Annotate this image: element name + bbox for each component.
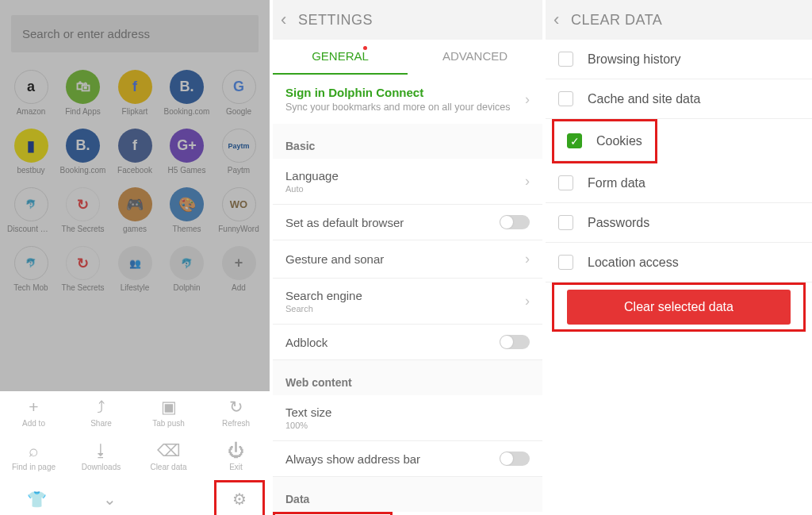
- settings-header: ‹ SETTINGS: [273, 0, 542, 40]
- tray-item-exit[interactable]: ⏻Exit: [202, 440, 270, 483]
- speed-dial-item[interactable]: B.Booking.com: [59, 129, 107, 175]
- clear-item-label: Passwords: [588, 216, 649, 230]
- checkbox[interactable]: [558, 52, 573, 67]
- back-icon[interactable]: ‹: [553, 10, 571, 30]
- speed-dial-label: Themes: [163, 225, 211, 233]
- tab-advanced[interactable]: ADVANCED: [408, 40, 542, 75]
- row-label: Gesture and sonar: [285, 252, 384, 266]
- speed-dial-item[interactable]: 🎮games: [111, 187, 159, 233]
- checkbox[interactable]: [558, 255, 573, 270]
- tray-item-clear-data[interactable]: ⌫Clear data: [135, 440, 202, 483]
- tray-item-share[interactable]: ⤴Share: [67, 396, 135, 440]
- speed-dial-item[interactable]: B.Booking.com: [163, 70, 211, 116]
- tray-label: Add to: [0, 419, 67, 428]
- speed-dial-item[interactable]: +Add: [215, 246, 262, 292]
- speed-dial-label: Flipkart: [111, 107, 159, 116]
- tshirt-icon[interactable]: 👕: [0, 490, 74, 509]
- tray-label: Clear data: [135, 463, 202, 471]
- search-placeholder: Search or enter address: [22, 27, 150, 40]
- speed-dial-icon: +: [222, 246, 256, 280]
- speed-dial-item[interactable]: 👥Lifestyle: [111, 246, 159, 292]
- row-sublabel: Search: [285, 304, 362, 313]
- settings-row[interactable]: Adblock: [273, 325, 542, 360]
- speed-dial-item[interactable]: PaytmPaytm: [215, 129, 262, 175]
- speed-dial-item[interactable]: fFacebook: [111, 129, 159, 175]
- clear-item-label: Location access: [588, 256, 679, 270]
- speed-dial-icon: Paytm: [222, 129, 256, 163]
- tray-label: Exit: [202, 463, 270, 471]
- clear-item[interactable]: Location access: [546, 243, 812, 282]
- speed-dial-item[interactable]: 🐬Discount Mall: [7, 187, 55, 233]
- speed-dial-label: Booking.com: [163, 107, 211, 116]
- tray-item-find-in-page[interactable]: ⌕Find in page: [0, 440, 67, 483]
- speed-dial-icon: G: [222, 70, 256, 104]
- clear-item[interactable]: Form data: [546, 163, 812, 203]
- tray-item-refresh[interactable]: ↻Refresh: [202, 396, 270, 440]
- speed-dial-item[interactable]: 🐬Dolphin: [163, 246, 211, 292]
- settings-row[interactable]: Text size100%: [273, 395, 542, 441]
- tray-item-downloads[interactable]: ⭳Downloads: [67, 440, 135, 483]
- speed-dial-icon: 🎮: [118, 187, 152, 221]
- speed-dial-label: Paytm: [215, 166, 262, 175]
- tray-label: Refresh: [202, 419, 270, 428]
- speed-dial-item[interactable]: G+H5 Games: [163, 129, 211, 175]
- speed-dial-item[interactable]: 🛍Find Apps: [59, 70, 107, 116]
- speed-dial-label: Facebook: [111, 166, 159, 175]
- speed-dial-label: Discount Mall: [7, 225, 55, 233]
- checkbox[interactable]: [558, 175, 573, 190]
- speed-dial-item[interactable]: ↻The Secrets: [59, 246, 107, 292]
- toggle[interactable]: [500, 335, 530, 349]
- clear-item-label: Cache and site data: [588, 92, 700, 106]
- speed-dial-item[interactable]: WOFunnyWord: [215, 187, 262, 233]
- tray-item-tab-push[interactable]: ▣Tab push: [135, 396, 202, 440]
- tray-bottom-bar: 👕 ⌄ ⚙: [0, 483, 270, 515]
- speed-dial-item[interactable]: ▮bestbuy: [7, 129, 55, 175]
- speed-dial-item[interactable]: ↻The Secrets: [59, 187, 107, 233]
- settings-row[interactable]: Gesture and sonar›: [273, 240, 542, 279]
- back-icon[interactable]: ‹: [281, 10, 298, 30]
- chevron-down-icon[interactable]: ⌄: [74, 490, 147, 509]
- checkbox[interactable]: ✓: [567, 133, 582, 148]
- section-data: Data: [273, 477, 542, 512]
- chevron-right-icon: ›: [525, 293, 530, 309]
- speed-dial-item[interactable]: fFlipkart: [111, 70, 159, 116]
- tray-grid: +Add to⤴Share▣Tab push↻Refresh⌕Find in p…: [0, 391, 270, 483]
- menu-tray: +Add to⤴Share▣Tab push↻Refresh⌕Find in p…: [0, 391, 270, 515]
- gear-icon[interactable]: ⚙: [214, 480, 265, 515]
- settings-row[interactable]: Search engineSearch›: [273, 279, 542, 325]
- settings-panel: ‹ SETTINGS GENERAL ADVANCED Sign in Dolp…: [273, 0, 542, 515]
- speed-dial-item[interactable]: 🐬Tech Mob: [7, 246, 55, 292]
- speed-dial-item[interactable]: 🎨Themes: [163, 187, 211, 233]
- row-label: Language: [285, 169, 339, 183]
- tray-label: Share: [67, 419, 135, 428]
- checkbox[interactable]: [558, 91, 573, 106]
- speed-dial-icon: 🐬: [14, 187, 48, 221]
- toggle[interactable]: [500, 452, 530, 466]
- clear-item[interactable]: ✓Cookies: [554, 121, 655, 161]
- settings-row[interactable]: LanguageAuto›: [273, 159, 542, 205]
- speed-dial-label: Tech Mob: [7, 283, 55, 292]
- settings-row[interactable]: Always show address bar: [273, 441, 542, 477]
- speed-dial-label: Find Apps: [59, 107, 107, 116]
- toggle[interactable]: [500, 215, 530, 229]
- tray-item-add-to[interactable]: +Add to: [0, 396, 67, 440]
- checkbox[interactable]: [558, 215, 573, 230]
- home-panel: Search or enter address aAmazon🛍Find App…: [0, 0, 270, 515]
- clear-item[interactable]: Cache and site data: [546, 79, 812, 119]
- signin-row[interactable]: Sign in Dolphin Connect Sync your bookma…: [273, 75, 542, 124]
- clear-item[interactable]: Browsing history: [546, 40, 812, 79]
- search-bar[interactable]: Search or enter address: [11, 15, 259, 52]
- tray-icon: ⏻: [202, 440, 270, 462]
- settings-row[interactable]: Set as default browser: [273, 205, 542, 240]
- speed-dial-label: FunnyWord: [215, 225, 262, 233]
- row-label: Search engine: [285, 289, 362, 302]
- clear-selected-button[interactable]: Clear selected data: [567, 290, 791, 325]
- speed-dial-item[interactable]: aAmazon: [7, 70, 55, 116]
- speed-dial-icon: B.: [170, 70, 204, 104]
- row-label: Always show address bar: [285, 452, 420, 466]
- tab-general[interactable]: GENERAL: [273, 40, 408, 75]
- clear-item[interactable]: Passwords: [546, 203, 812, 243]
- speed-dial-item[interactable]: GGoogle: [215, 70, 262, 116]
- speed-dial-icon: B.: [66, 129, 100, 163]
- settings-row[interactable]: Clear data›: [273, 512, 542, 515]
